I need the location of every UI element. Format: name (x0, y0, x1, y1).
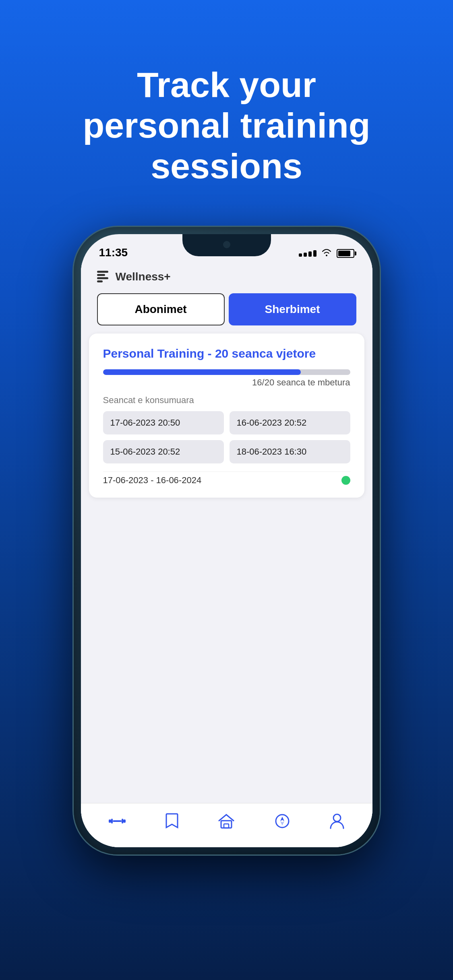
card-title: Personal Training - 20 seanca vjetore (103, 346, 350, 361)
profile-icon (330, 813, 344, 829)
app-logo-text: Wellness+ (116, 270, 171, 283)
phone-mockup: 11:35 (74, 227, 380, 854)
svg-point-7 (276, 815, 289, 828)
nav-item-compass[interactable] (275, 813, 290, 829)
tab-buttons: Abonimet Sherbimet (97, 293, 356, 325)
status-icons (299, 248, 354, 259)
app-content: Wellness+ Abonimet Sherbimet Personal Tr… (81, 262, 372, 847)
nav-item-home[interactable] (218, 813, 234, 829)
bookmark-icon (165, 813, 178, 829)
progress-bar-bg (103, 369, 350, 375)
hero-line1: Track your (137, 65, 316, 105)
progress-label: 16/20 seanca te mbetura (103, 377, 350, 388)
status-time: 11:35 (99, 246, 128, 259)
tab-abonimet[interactable]: Abonimet (97, 293, 225, 325)
svg-marker-8 (280, 817, 284, 821)
session-chip-3: 15-06-2023 20:52 (103, 440, 224, 463)
hero-line3: sessions (151, 146, 302, 186)
nav-item-bookmark[interactable] (165, 813, 178, 829)
session-chips: 17-06-2023 20:50 16-06-2023 20:52 15-06-… (103, 411, 350, 463)
bottom-nav (81, 803, 372, 847)
svg-rect-4 (123, 819, 126, 823)
home-icon (218, 813, 234, 829)
phone-notch (182, 234, 271, 256)
logo-area: Wellness+ (97, 270, 356, 283)
compass-icon (275, 813, 290, 829)
svg-rect-3 (122, 819, 123, 824)
svg-marker-9 (280, 821, 284, 826)
tab-sherbimet[interactable]: Sherbimet (229, 293, 356, 325)
session-chip-2: 16-06-2023 20:52 (230, 411, 350, 434)
session-chip-4: 18-06-2023 16:30 (230, 440, 350, 463)
session-chip-1: 17-06-2023 20:50 (103, 411, 224, 434)
hero-line2: personal training (83, 105, 370, 145)
progress-container: 16/20 seanca te mbetura (103, 369, 350, 388)
barbell-icon (109, 815, 126, 827)
svg-rect-0 (109, 819, 111, 823)
signal-icon (299, 250, 316, 257)
date-range-text: 17-06-2023 - 16-06-2024 (103, 475, 202, 486)
wellness-logo-icon (97, 271, 108, 282)
training-card: Personal Training - 20 seanca vjetore 16… (89, 334, 364, 498)
svg-rect-1 (111, 819, 113, 824)
progress-bar-fill (103, 369, 301, 375)
active-status-dot (341, 476, 350, 485)
svg-rect-2 (113, 820, 122, 822)
wifi-icon (321, 248, 332, 259)
app-header: Wellness+ (81, 262, 372, 289)
phone-screen: 11:35 (81, 234, 372, 847)
notch-camera (222, 240, 231, 249)
sessions-label: Seancat e konsumuara (103, 395, 350, 406)
date-range-row: 17-06-2023 - 16-06-2024 (103, 471, 350, 486)
svg-point-10 (333, 814, 341, 821)
hero-text-block: Track your personal training sessions (59, 64, 395, 187)
battery-icon (337, 249, 354, 258)
nav-item-profile[interactable] (330, 813, 344, 829)
nav-item-barbell[interactable] (109, 815, 126, 827)
